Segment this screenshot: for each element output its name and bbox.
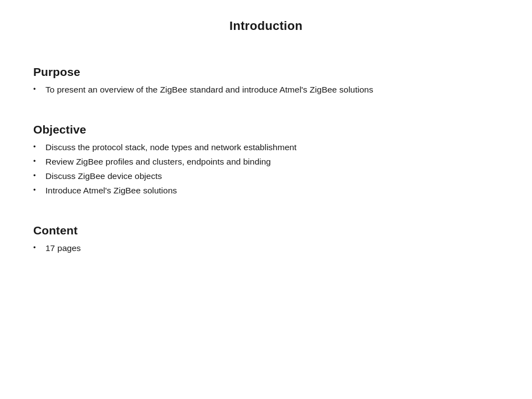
bullet-icon: • bbox=[33, 141, 45, 152]
content-heading: Content bbox=[33, 224, 499, 237]
bullet-text: Discuss the protocol stack, node types a… bbox=[45, 141, 499, 154]
page-container: Introduction Purpose • To present an ove… bbox=[0, 0, 532, 399]
purpose-list: • To present an overview of the ZigBee s… bbox=[33, 83, 499, 96]
page-title: Introduction bbox=[33, 11, 499, 39]
bullet-icon: • bbox=[33, 83, 45, 95]
list-item: • To present an overview of the ZigBee s… bbox=[33, 83, 499, 96]
list-item: • Review ZigBee profiles and clusters, e… bbox=[33, 155, 499, 168]
purpose-section: Purpose • To present an overview of the … bbox=[33, 65, 499, 96]
bullet-text: 17 pages bbox=[45, 242, 499, 255]
bullet-icon: • bbox=[33, 184, 45, 196]
objective-heading: Objective bbox=[33, 123, 499, 136]
content-list: • 17 pages bbox=[33, 242, 499, 255]
bullet-icon: • bbox=[33, 155, 45, 167]
purpose-heading: Purpose bbox=[33, 65, 499, 79]
bullet-icon: • bbox=[33, 242, 45, 253]
bullet-text: Review ZigBee profiles and clusters, end… bbox=[45, 155, 499, 168]
bullet-icon: • bbox=[33, 170, 45, 181]
objective-list: • Discuss the protocol stack, node types… bbox=[33, 141, 499, 197]
list-item: • Discuss ZigBee device objects bbox=[33, 170, 499, 183]
list-item: • Discuss the protocol stack, node types… bbox=[33, 141, 499, 154]
bullet-text: Discuss ZigBee device objects bbox=[45, 170, 499, 183]
objective-section: Objective • Discuss the protocol stack, … bbox=[33, 123, 499, 197]
list-item: • Introduce Atmel's ZigBee solutions bbox=[33, 184, 499, 197]
bullet-text: Introduce Atmel's ZigBee solutions bbox=[45, 184, 499, 197]
list-item: • 17 pages bbox=[33, 242, 499, 255]
bullet-text: To present an overview of the ZigBee sta… bbox=[45, 83, 499, 96]
content-section: Content • 17 pages bbox=[33, 224, 499, 255]
